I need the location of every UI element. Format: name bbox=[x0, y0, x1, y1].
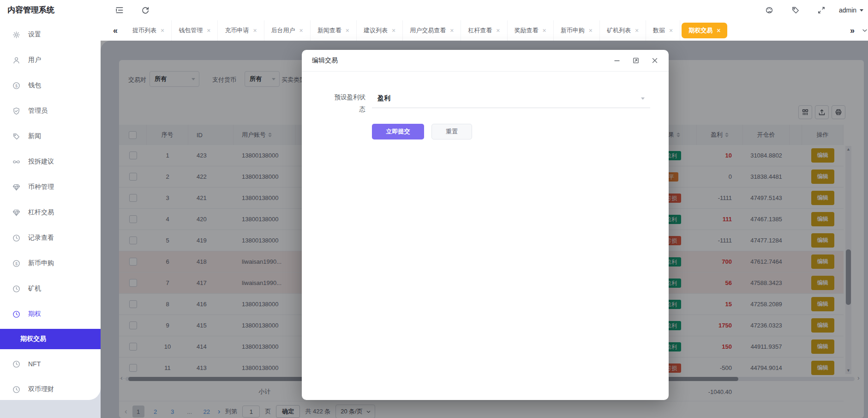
tab-close-icon[interactable]: × bbox=[669, 27, 673, 34]
tag-icon bbox=[12, 132, 20, 140]
sidebar-subitem-期权交易[interactable]: 期权交易 bbox=[0, 329, 101, 349]
tabs-more-icon[interactable] bbox=[859, 20, 868, 41]
tab-close-icon[interactable]: × bbox=[207, 27, 210, 34]
sidebar-item-label: 用户 bbox=[28, 56, 41, 64]
tab-后台用户[interactable]: 后台用户× bbox=[264, 20, 311, 41]
sidebar-item-新币申购[interactable]: $新币申购 bbox=[0, 253, 101, 274]
sidebar-item-用户[interactable]: 用户 bbox=[0, 49, 101, 71]
svg-text:$: $ bbox=[15, 261, 17, 266]
tab-label: 新闻查看 bbox=[317, 26, 341, 35]
svg-text:$: $ bbox=[15, 83, 17, 88]
tab-label: 建议列表 bbox=[364, 26, 388, 35]
tab-close-icon[interactable]: × bbox=[346, 27, 349, 34]
sidebar-item-label: 记录查看 bbox=[28, 234, 54, 242]
tab-充币申请[interactable]: 充币申请× bbox=[218, 20, 264, 41]
tab-label: 钱包管理 bbox=[179, 26, 203, 35]
tab-close-icon[interactable]: × bbox=[496, 27, 500, 34]
chevron-down-icon bbox=[860, 9, 863, 12]
sidebar: 设置用户$钱包管理员新闻投拆建议币种管理杠杆交易记录查看$新币申购矿机期权期权交… bbox=[0, 20, 101, 400]
tabs-scroll-right-icon[interactable]: » bbox=[846, 26, 859, 36]
tab-close-icon[interactable]: × bbox=[450, 27, 454, 34]
tab-奖励查看[interactable]: 奖励查看× bbox=[508, 20, 554, 41]
tab-close-icon[interactable]: × bbox=[392, 27, 395, 34]
collapse-menu-icon[interactable] bbox=[114, 0, 126, 20]
sidebar-item-币种管理[interactable]: 币种管理 bbox=[0, 176, 101, 198]
tab-新币申购[interactable]: 新币申购× bbox=[554, 20, 600, 41]
clock-icon bbox=[12, 285, 20, 293]
tab-用户交易查看[interactable]: 用户交易查看× bbox=[403, 20, 461, 41]
user-icon bbox=[12, 56, 20, 64]
refresh-icon[interactable] bbox=[139, 0, 151, 20]
tab-矿机列表[interactable]: 矿机列表× bbox=[600, 20, 646, 41]
sidebar-item-label: 币种管理 bbox=[28, 183, 54, 191]
sidebar-item-管理员[interactable]: 管理员 bbox=[0, 100, 101, 121]
fullscreen-icon[interactable] bbox=[815, 0, 827, 20]
sidebar-item-NFT[interactable]: NFT bbox=[0, 353, 101, 375]
dollar-icon: $ bbox=[12, 81, 20, 90]
clock-icon bbox=[12, 234, 20, 242]
sidebar-item-设置[interactable]: 设置 bbox=[0, 24, 101, 45]
tab-close-icon[interactable]: × bbox=[635, 27, 639, 34]
sidebar-item-新闻[interactable]: 新闻 bbox=[0, 126, 101, 147]
maximize-icon[interactable] bbox=[632, 57, 640, 65]
tag-icon[interactable] bbox=[790, 0, 802, 20]
sidebar-item-label: 新闻 bbox=[28, 132, 41, 140]
app-window: 内容管理系统 admin « 提币列表×钱包管理×充币申请×后台用户×新闻查看×… bbox=[0, 0, 868, 418]
sidebar-item-双币理财[interactable]: 双币理财 bbox=[0, 379, 101, 400]
sidebar-item-投拆建议[interactable]: 投拆建议 bbox=[0, 151, 101, 172]
tab-提币列表[interactable]: 提币列表× bbox=[126, 20, 172, 41]
shield-icon bbox=[12, 107, 20, 115]
app-title: 内容管理系统 bbox=[7, 0, 54, 20]
tab-建议列表[interactable]: 建议列表× bbox=[357, 20, 403, 41]
user-menu[interactable]: admin bbox=[839, 0, 863, 20]
tab-list: 提币列表×钱包管理×充币申请×后台用户×新闻查看×建议列表×用户交易查看×杠杆查… bbox=[126, 20, 846, 41]
tab-close-icon[interactable]: × bbox=[717, 27, 720, 34]
sidebar-item-label: 投拆建议 bbox=[28, 158, 54, 166]
sidebar-item-label: 新币申购 bbox=[28, 259, 54, 267]
tab-杠杆查看[interactable]: 杠杆查看× bbox=[461, 20, 507, 41]
tab-close-icon[interactable]: × bbox=[589, 27, 593, 34]
minimize-icon[interactable] bbox=[613, 57, 621, 65]
sidebar-item-钱包[interactable]: $钱包 bbox=[0, 75, 101, 96]
tab-close-icon[interactable]: × bbox=[299, 27, 303, 34]
tab-label: 奖励查看 bbox=[515, 26, 539, 35]
sidebar-item-label: 管理员 bbox=[28, 107, 48, 115]
tabs-scroll-left-icon[interactable]: « bbox=[109, 26, 122, 36]
tab-label: 提币列表 bbox=[132, 26, 156, 35]
sidebar-item-label: 钱包 bbox=[28, 81, 41, 90]
palette-icon[interactable] bbox=[763, 0, 775, 20]
profit-status-value: 盈利 bbox=[377, 94, 390, 103]
diamond-icon bbox=[12, 183, 20, 191]
dialog-controls bbox=[613, 57, 658, 65]
clock-icon bbox=[12, 360, 20, 368]
sidebar-item-杠杆交易[interactable]: 杠杆交易 bbox=[0, 202, 101, 223]
sidebar-item-期权[interactable]: 期权 bbox=[0, 303, 101, 325]
edit-trade-dialog: 编辑交易 预设盈利状态 盈利 立即提交 重置 bbox=[302, 50, 669, 400]
tab-close-icon[interactable]: × bbox=[253, 27, 257, 34]
tab-close-icon[interactable]: × bbox=[543, 27, 546, 34]
sidebar-item-label: 杠杆交易 bbox=[28, 208, 54, 217]
tab-close-icon[interactable]: × bbox=[161, 27, 164, 34]
tab-期权交易[interactable]: 期权交易× bbox=[682, 23, 727, 38]
tab-数据[interactable]: 数据× bbox=[646, 20, 680, 41]
sidebar-item-label: 矿机 bbox=[28, 285, 41, 293]
profit-status-field-label: 预设盈利状态 bbox=[329, 91, 365, 116]
tab-钱包管理[interactable]: 钱包管理× bbox=[172, 20, 218, 41]
sidebar-item-矿机[interactable]: 矿机 bbox=[0, 278, 101, 299]
dialog-title: 编辑交易 bbox=[312, 56, 338, 65]
gear-icon bbox=[12, 30, 20, 39]
reset-button[interactable]: 重置 bbox=[431, 124, 472, 139]
clock-icon bbox=[12, 310, 20, 318]
sidebar-subitem-label: 期权交易 bbox=[20, 335, 46, 343]
sidebar-item-记录查看[interactable]: 记录查看 bbox=[0, 227, 101, 248]
dollar-icon: $ bbox=[12, 259, 20, 267]
sidebar-item-label: 双币理财 bbox=[28, 385, 54, 394]
tab-label: 数据 bbox=[653, 26, 665, 35]
clock-icon bbox=[12, 385, 20, 394]
sidebar-item-label: 设置 bbox=[28, 30, 41, 39]
tab-新闻查看[interactable]: 新闻查看× bbox=[311, 20, 357, 41]
tab-label: 用户交易查看 bbox=[410, 26, 446, 35]
close-icon[interactable] bbox=[651, 57, 658, 65]
profit-status-select[interactable]: 盈利 bbox=[372, 89, 650, 108]
submit-button[interactable]: 立即提交 bbox=[372, 124, 424, 139]
